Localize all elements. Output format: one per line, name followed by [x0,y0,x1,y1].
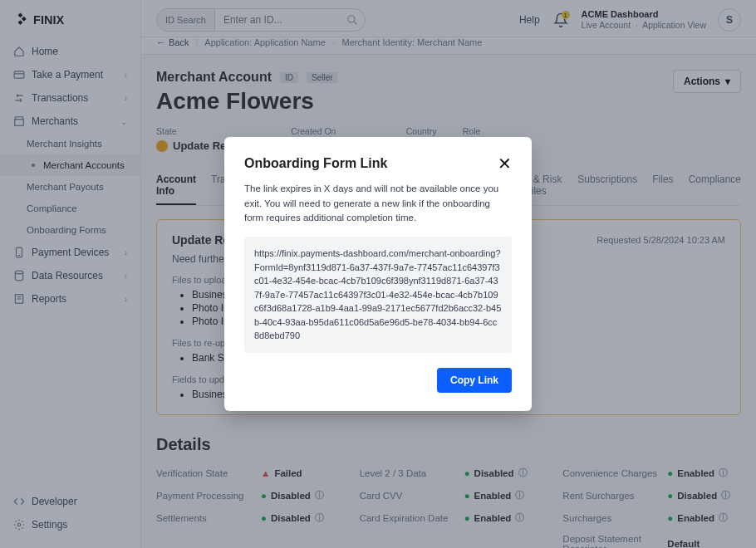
modal-body: The link expires in X days and will not … [244,182,512,225]
copy-link-button[interactable]: Copy Link [437,368,512,393]
onboarding-link-text[interactable]: https://finix.payments-dashboard.com/mer… [244,237,512,353]
modal-overlay[interactable]: Onboarding Form Link ✕ The link expires … [0,0,756,548]
modal-title: Onboarding Form Link [244,156,498,171]
onboarding-link-modal: Onboarding Form Link ✕ The link expires … [224,137,532,410]
close-icon[interactable]: ✕ [498,155,512,172]
